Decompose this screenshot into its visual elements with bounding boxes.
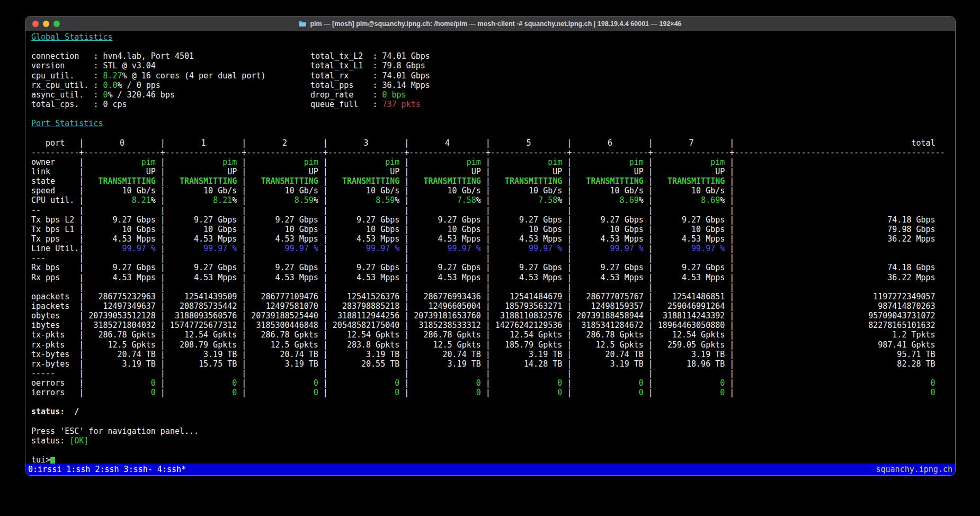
cell-value: 9.27 Gbps — [275, 263, 318, 272]
column-separator: | — [404, 340, 409, 350]
stat-label: total_pps — [310, 81, 372, 90]
column-separator: | — [242, 234, 246, 244]
cell — [653, 282, 729, 292]
cell-value: 36.22 Mpps — [887, 234, 935, 244]
column-separator: | — [404, 176, 409, 186]
close-button[interactable] — [32, 21, 39, 27]
cell: 10 Gbps — [653, 225, 729, 234]
column-separator: | — [79, 195, 84, 205]
cell-value: 99.97 % — [366, 244, 399, 253]
column-separator: | — [242, 350, 246, 359]
stat-row: connection: hvn4.lab, Port 4501 — [31, 51, 949, 61]
cell: 10 Gbps — [409, 225, 485, 234]
column-separator: | — [567, 301, 572, 311]
column-separator: | — [729, 292, 734, 301]
cell-value: 3.19 TB — [366, 350, 399, 359]
cell: 4.53 Mpps — [653, 273, 729, 282]
stat-value: 36.14 Mpps — [382, 81, 430, 90]
cell-value: 95.71 TB — [897, 350, 935, 359]
cell-total: 82.28 TB — [734, 359, 945, 369]
cell: 0 — [409, 378, 485, 388]
prompt-line[interactable]: tui> — [31, 455, 949, 464]
column-separator: | — [404, 359, 409, 369]
tmux-window-list[interactable]: 0:irssi 1:ssh 2:ssh 3:ssh- 4:ssh* — [28, 464, 186, 475]
stat-colon: : — [93, 100, 103, 109]
cell-value: 20.74 TB — [118, 350, 156, 359]
cell-value: 4.53 Mpps — [113, 234, 156, 244]
cell: 12.54 Gpkts — [165, 330, 242, 340]
cell-value: pim — [629, 157, 644, 167]
stat-colon: : — [372, 71, 382, 81]
column-separator: | — [161, 206, 165, 215]
cell — [491, 253, 567, 263]
cell: 8.21% — [84, 195, 160, 205]
cell-value: 10 Gbps — [610, 225, 644, 234]
column-separator: | — [161, 186, 165, 195]
cell: pim — [491, 157, 567, 167]
cell-value: 4.53 Mpps — [194, 234, 237, 244]
cell-value: UP — [390, 167, 399, 176]
column-separator: | — [161, 138, 165, 148]
cell-value: 286.78 Gpkts — [98, 330, 155, 340]
terminal-content[interactable]: Global Statistics connection: hvn4.lab, … — [25, 31, 955, 464]
cell: 12.54 Gpkts — [328, 330, 404, 340]
column-separator: | — [323, 157, 328, 167]
row-label: tx-bytes — [31, 350, 79, 359]
cell-value: 0 — [232, 388, 237, 397]
cell-value: 14276242129536 — [495, 321, 562, 330]
maximize-button[interactable] — [54, 21, 60, 27]
cell: 12541486851 — [653, 292, 729, 301]
cell: 3.19 TB — [328, 350, 404, 359]
column-separator: | — [567, 282, 572, 292]
cell: 3185300446848 — [246, 321, 323, 330]
column-separator: | — [567, 138, 572, 148]
column-separator: | — [648, 311, 653, 321]
cell — [165, 206, 242, 215]
window-titlebar[interactable]: pim — [mosh] pim@squanchy.ipng.ch: /home… — [25, 16, 955, 31]
column-separator: | — [486, 206, 491, 215]
cell: 10 Gb/s — [84, 186, 160, 195]
stat-colon: : — [93, 61, 103, 70]
column-separator: | — [323, 359, 328, 369]
global-stats: connection: hvn4.lab, Port 4501version: … — [31, 51, 949, 109]
cell: 8.21% — [165, 195, 242, 205]
cell-total — [734, 167, 945, 176]
cell: 14.28 TB — [491, 359, 567, 369]
column-header: 2 — [246, 138, 323, 148]
column-separator: | — [323, 350, 328, 359]
cell: 0 — [328, 378, 404, 388]
column-separator: | — [567, 378, 572, 388]
stat-label: rx_cpu_util. — [31, 81, 93, 90]
cell-suffix: % — [476, 195, 481, 205]
minimize-button[interactable] — [43, 21, 49, 27]
column-separator: | — [648, 186, 653, 195]
cell — [246, 206, 323, 215]
cell-total — [734, 157, 945, 167]
cell-value: 0 — [639, 378, 644, 388]
cell: 20.74 TB — [572, 350, 648, 359]
cell-value: 12.5 Gpkts — [433, 340, 480, 350]
cell: 99.97 % — [491, 244, 567, 253]
cell-value: 3188114243392 — [663, 311, 725, 321]
column-separator: | — [648, 225, 653, 234]
status-label: status: — [31, 436, 69, 446]
divider-dashes: ---------------- — [328, 148, 404, 157]
column-separator: | — [567, 215, 572, 225]
cell-value: 8.59 — [376, 195, 395, 205]
stat-colon: : — [93, 71, 103, 81]
cell-total: 95709043731072 — [734, 311, 945, 321]
table-row: ||||||||| — [31, 282, 949, 292]
cell-value: 286777109476 — [261, 292, 318, 301]
column-separator: | — [404, 157, 409, 167]
cell-value: 3185341284672 — [581, 321, 643, 330]
cell: 20.74 TB — [84, 350, 160, 359]
stat-row: total_tx_L2: 74.01 Gbps — [310, 51, 430, 61]
column-separator: | — [648, 195, 653, 205]
stat-value: 737 pkts — [382, 100, 420, 109]
cell-total: 79.98 Gbps — [734, 225, 945, 234]
column-separator: | — [729, 167, 734, 176]
column-separator: | — [323, 176, 328, 186]
column-separator: | — [648, 206, 653, 215]
cell: 3.19 TB — [572, 359, 648, 369]
cell: 99.97 % — [653, 244, 729, 253]
